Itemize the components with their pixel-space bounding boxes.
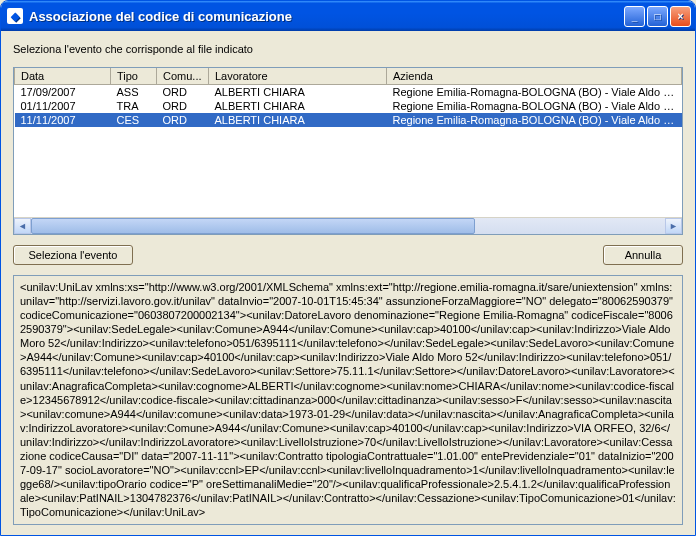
cell-tipo: ASS [111,85,157,100]
cell-lav: ALBERTI CHIARA [209,99,387,113]
select-event-button[interactable]: Seleziona l'evento [13,245,133,265]
col-lavoratore[interactable]: Lavoratore [209,68,387,85]
scroll-right-button[interactable]: ► [665,218,682,234]
table-row[interactable]: 01/11/2007TRAORDALBERTI CHIARARegione Em… [15,99,682,113]
app-icon: ◆ [7,8,23,24]
dialog-window: ◆ Associazione del codice di comunicazio… [0,0,696,536]
col-azienda[interactable]: Azienda [387,68,682,85]
close-button[interactable]: × [670,6,691,27]
events-table: Data Tipo Comu... Lavoratore Azienda 17/… [13,67,683,235]
cell-com: ORD [157,99,209,113]
cell-com: ORD [157,113,209,127]
cell-az: Regione Emilia-Romagna-BOLOGNA (BO) - Vi… [387,85,682,100]
maximize-button[interactable]: □ [647,6,668,27]
window-title: Associazione del codice di comunicazione [29,9,624,24]
col-tipo[interactable]: Tipo [111,68,157,85]
table-row[interactable]: 11/11/2007CESORDALBERTI CHIARARegione Em… [15,113,682,127]
scroll-thumb[interactable] [31,218,475,234]
table-row[interactable]: 17/09/2007ASSORDALBERTI CHIARARegione Em… [15,85,682,100]
window-buttons: _ □ × [624,6,691,27]
col-data[interactable]: Data [15,68,111,85]
scroll-track[interactable] [31,218,665,234]
cell-data: 01/11/2007 [15,99,111,113]
cell-lav: ALBERTI CHIARA [209,85,387,100]
titlebar[interactable]: ◆ Associazione del codice di comunicazio… [1,1,695,31]
table-scroll: Data Tipo Comu... Lavoratore Azienda 17/… [14,68,682,217]
table: Data Tipo Comu... Lavoratore Azienda 17/… [14,68,682,127]
scroll-left-button[interactable]: ◄ [14,218,31,234]
content-area: Seleziona l'evento che corrisponde al fi… [1,31,695,535]
table-header-row: Data Tipo Comu... Lavoratore Azienda [15,68,682,85]
cell-az: Regione Emilia-Romagna-BOLOGNA (BO) - Vi… [387,99,682,113]
instruction-text: Seleziona l'evento che corrisponde al fi… [13,41,683,59]
cancel-button[interactable]: Annulla [603,245,683,265]
horizontal-scrollbar[interactable]: ◄ ► [14,217,682,234]
cell-lav: ALBERTI CHIARA [209,113,387,127]
cell-com: ORD [157,85,209,100]
cell-data: 11/11/2007 [15,113,111,127]
col-comu[interactable]: Comu... [157,68,209,85]
minimize-button[interactable]: _ [624,6,645,27]
cell-tipo: TRA [111,99,157,113]
cell-data: 17/09/2007 [15,85,111,100]
cell-tipo: CES [111,113,157,127]
cell-az: Regione Emilia-Romagna-BOLOGNA (BO) - Vi… [387,113,682,127]
xml-preview[interactable]: <unilav:UniLav xmlns:xs="http://www.w3.o… [13,275,683,525]
button-row: Seleziona l'evento Annulla [13,243,683,267]
